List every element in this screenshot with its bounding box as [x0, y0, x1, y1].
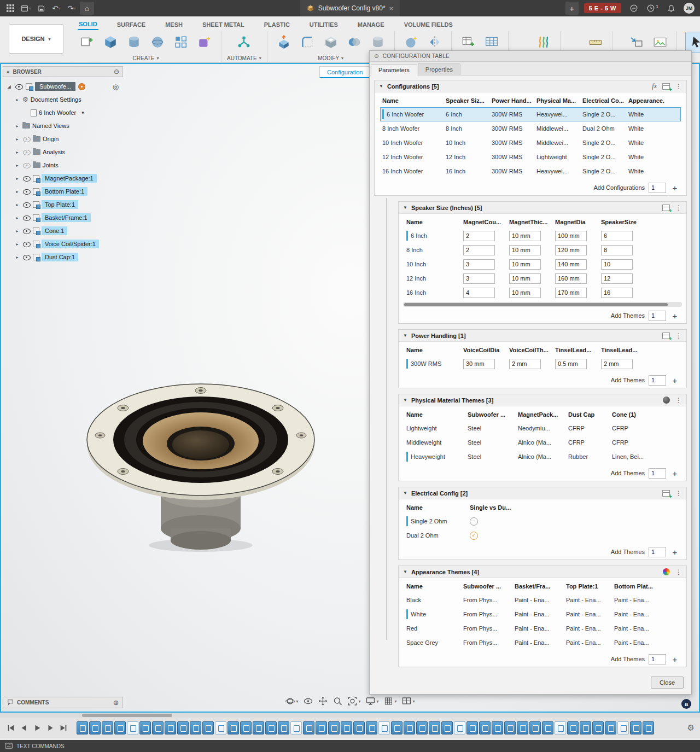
ribbon-tab-surface[interactable]: SURFACE — [116, 19, 147, 30]
table-row[interactable]: 16 Inch Woofer16 Inch300W RMSHeavywei...… — [380, 164, 681, 178]
cell-input[interactable] — [463, 245, 495, 255]
subwoofer-3d-model[interactable] — [78, 378, 324, 559]
table-cell[interactable] — [599, 231, 643, 241]
table-cell[interactable] — [507, 288, 553, 298]
browser-item[interactable]: ▸Voice Coil/Spider:1 — [3, 237, 123, 250]
table-cell[interactable]: ✓ — [468, 532, 539, 540]
cell-input[interactable] — [555, 273, 587, 284]
table-cell[interactable] — [553, 259, 599, 270]
table-cell[interactable] — [461, 245, 507, 255]
grid-settings-icon[interactable]: ▾ — [384, 696, 397, 706]
timeline-feature-icon[interactable] — [404, 721, 415, 734]
measure-icon[interactable] — [585, 32, 606, 53]
column-header[interactable]: TinselLead... — [599, 347, 643, 353]
add-count-input[interactable] — [649, 547, 666, 557]
visibility-eye-icon[interactable] — [22, 240, 31, 248]
expander-icon[interactable]: ▸ — [14, 150, 20, 155]
fx-icon[interactable]: fx — [652, 82, 657, 90]
browser-item[interactable]: 6 Inch Woofer▾ — [3, 106, 123, 119]
table-row[interactable]: 16 Inch — [404, 285, 681, 300]
shell-icon[interactable] — [320, 32, 342, 53]
table-cell[interactable] — [461, 288, 507, 298]
visibility-eye-icon[interactable] — [22, 148, 31, 156]
column-header[interactable]: SpeakerSize — [599, 219, 643, 225]
panel-options-icon[interactable]: ⊖ — [114, 68, 119, 75]
table-row[interactable]: 12 Inch Woofer12 Inch300W RMSLightweight… — [380, 150, 681, 164]
save-icon[interactable] — [34, 2, 48, 15]
timeline-feature-icon[interactable] — [517, 721, 528, 734]
timeline-feature-icon[interactable] — [89, 721, 101, 734]
table-row[interactable]: 10 Inch — [404, 257, 681, 271]
table-cell[interactable] — [461, 231, 507, 241]
panel-tab-parameters[interactable]: Parameters — [371, 64, 417, 75]
press-pull-icon[interactable] — [273, 32, 295, 53]
table-cell[interactable] — [507, 273, 553, 284]
add-button[interactable]: + — [670, 375, 680, 385]
skip-start-icon[interactable] — [5, 722, 16, 733]
step-back-icon[interactable] — [19, 722, 30, 733]
collapse-panel-icon[interactable]: « — [7, 69, 10, 75]
table-row[interactable]: 8 Inch Woofer8 Inch300W RMSMiddlewei...D… — [380, 121, 681, 136]
table-cell[interactable] — [599, 273, 643, 284]
timeline-feature-icon[interactable] — [617, 721, 629, 734]
column-header[interactable]: MagnetCou... — [461, 219, 507, 225]
section-header[interactable]: ▼Appearance Themes [4]⋮ — [399, 566, 686, 578]
timeline-feature-icon[interactable] — [454, 721, 465, 734]
table-row[interactable]: WhiteFrom Phys...Paint - Ena...Paint - E… — [404, 607, 681, 621]
expander-icon[interactable]: ▸ — [14, 215, 20, 220]
ribbon-tab-mesh[interactable]: MESH — [164, 19, 184, 30]
browser-item[interactable]: ▸Cone:1 — [3, 224, 123, 237]
ribbon-tab-manage[interactable]: MANAGE — [357, 19, 386, 30]
add-button[interactable]: + — [670, 547, 680, 557]
column-header[interactable]: Dust Cap — [566, 411, 610, 418]
timeline-feature-icon[interactable] — [102, 721, 113, 734]
timeline-feature-icon[interactable] — [378, 721, 390, 734]
new-tab-icon[interactable]: + — [565, 2, 579, 15]
look-at-icon[interactable] — [303, 696, 313, 706]
create-form-icon[interactable] — [194, 32, 215, 53]
column-header[interactable]: Single vs Du... — [468, 504, 539, 511]
bell-icon[interactable] — [664, 2, 678, 15]
timeline-feature-icon[interactable] — [190, 721, 201, 734]
section-header[interactable]: ▼Physical Material Themes [3]⋮ — [399, 394, 686, 406]
material-sphere-icon[interactable] — [663, 397, 670, 404]
add-column-icon[interactable]: + — [662, 205, 670, 211]
expander-icon[interactable]: ▸ — [14, 176, 20, 181]
table-row[interactable]: 6 Inch — [404, 229, 681, 243]
timeline-feature-icon[interactable] — [366, 721, 377, 734]
cell-input[interactable] — [601, 231, 633, 241]
timeline-feature-icon[interactable] — [290, 721, 302, 734]
add-column-icon[interactable]: + — [662, 83, 670, 90]
timeline-feature-icon[interactable] — [228, 721, 239, 734]
column-header[interactable]: Bottom Plat... — [612, 583, 663, 590]
column-header[interactable]: VoiceCoilDia — [461, 347, 507, 353]
timeline-feature-icon[interactable] — [328, 721, 340, 734]
section-header[interactable]: ▼Electrical Config [2]+⋮ — [399, 487, 686, 499]
table-cell[interactable] — [507, 245, 553, 255]
visibility-eye-icon[interactable] — [22, 227, 31, 235]
overflow-menu-icon[interactable]: ⋮ — [675, 397, 682, 404]
table-cell[interactable] — [553, 288, 599, 298]
ribbon-tab-sheet-metal[interactable]: SHEET METAL — [201, 19, 246, 30]
create-sphere-icon[interactable] — [147, 32, 168, 53]
activate-component-icon[interactable]: ◎ — [113, 83, 119, 91]
timeline-feature-icon[interactable] — [416, 721, 428, 734]
warning-badge-icon[interactable] — [78, 83, 85, 90]
section-header[interactable]: ▼Speaker Size (Inches) [5]+⋮ — [399, 202, 686, 214]
cell-input[interactable] — [463, 288, 495, 298]
timeline-feature-icon[interactable] — [114, 721, 126, 734]
column-header[interactable]: Name — [404, 583, 461, 590]
overflow-menu-icon[interactable]: ⋮ — [675, 489, 682, 497]
add-configuration-icon[interactable] — [457, 32, 479, 53]
table-row[interactable]: RedFrom Phys...Paint - Ena...Paint - Ena… — [404, 621, 681, 636]
table-row[interactable]: Dual 2 Ohm✓ — [404, 528, 681, 543]
browser-header[interactable]: « BROWSER ⊖ — [3, 66, 123, 77]
column-header[interactable]: MagnetThic... — [507, 219, 553, 225]
collapse-triangle-icon[interactable]: ▼ — [403, 491, 407, 495]
add-button[interactable]: + — [670, 654, 680, 664]
timeline-feature-icon[interactable] — [316, 721, 327, 734]
offset-face-icon[interactable] — [367, 32, 389, 53]
add-button[interactable]: + — [670, 311, 680, 320]
redo-icon[interactable]: ↷▾ — [65, 2, 79, 15]
timeline-feature-icon[interactable] — [253, 721, 264, 734]
